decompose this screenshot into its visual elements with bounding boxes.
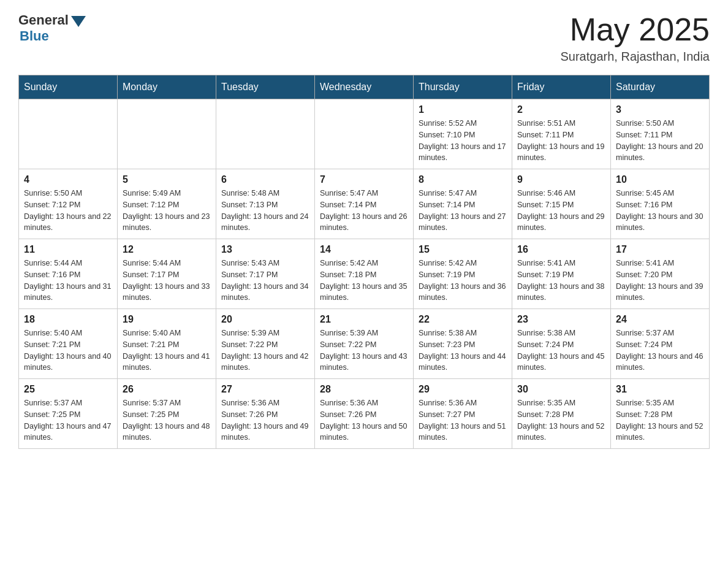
day-number: 12 <box>123 244 211 255</box>
calendar-week-row: 11Sunrise: 5:44 AM Sunset: 7:16 PM Dayli… <box>19 239 710 309</box>
day-info: Sunrise: 5:41 AM Sunset: 7:20 PM Dayligh… <box>616 258 704 304</box>
calendar-day-cell: 6Sunrise: 5:48 AM Sunset: 7:13 PM Daylig… <box>216 169 315 239</box>
calendar-day-header: Sunday <box>19 75 118 99</box>
calendar-day-cell: 10Sunrise: 5:45 AM Sunset: 7:16 PM Dayli… <box>611 169 710 239</box>
calendar-day-cell: 17Sunrise: 5:41 AM Sunset: 7:20 PM Dayli… <box>611 239 710 309</box>
calendar-day-cell: 20Sunrise: 5:39 AM Sunset: 7:22 PM Dayli… <box>216 309 315 379</box>
calendar-day-cell: 27Sunrise: 5:36 AM Sunset: 7:26 PM Dayli… <box>216 379 315 449</box>
calendar-day-cell: 30Sunrise: 5:35 AM Sunset: 7:28 PM Dayli… <box>512 379 611 449</box>
calendar-day-header: Saturday <box>611 75 710 99</box>
day-number: 19 <box>123 314 211 325</box>
calendar-day-cell: 23Sunrise: 5:38 AM Sunset: 7:24 PM Dayli… <box>512 309 611 379</box>
logo-arrow-icon <box>71 16 86 27</box>
day-number: 10 <box>616 174 704 185</box>
month-year-title: May 2025 <box>561 12 710 47</box>
day-info: Sunrise: 5:37 AM Sunset: 7:24 PM Dayligh… <box>616 327 704 373</box>
day-number: 23 <box>517 314 605 325</box>
calendar-day-cell <box>216 99 315 169</box>
calendar-day-cell: 18Sunrise: 5:40 AM Sunset: 7:21 PM Dayli… <box>19 309 118 379</box>
day-number: 2 <box>517 104 605 115</box>
logo-general-text: General <box>18 12 69 28</box>
location-subtitle: Suratgarh, Rajasthan, India <box>561 50 710 64</box>
day-number: 24 <box>616 314 704 325</box>
day-number: 17 <box>616 244 704 255</box>
page-header: General Blue May 2025 Suratgarh, Rajasth… <box>18 12 710 64</box>
day-info: Sunrise: 5:44 AM Sunset: 7:17 PM Dayligh… <box>123 258 211 304</box>
day-number: 18 <box>24 314 112 325</box>
day-info: Sunrise: 5:45 AM Sunset: 7:16 PM Dayligh… <box>616 188 704 234</box>
calendar-week-row: 4Sunrise: 5:50 AM Sunset: 7:12 PM Daylig… <box>19 169 710 239</box>
calendar-day-cell: 26Sunrise: 5:37 AM Sunset: 7:25 PM Dayli… <box>118 379 216 449</box>
calendar-day-cell: 16Sunrise: 5:41 AM Sunset: 7:19 PM Dayli… <box>512 239 611 309</box>
calendar-day-cell <box>118 99 216 169</box>
calendar-day-header: Tuesday <box>216 75 315 99</box>
calendar-day-cell: 1Sunrise: 5:52 AM Sunset: 7:10 PM Daylig… <box>414 99 512 169</box>
day-number: 25 <box>24 384 112 395</box>
day-number: 9 <box>517 174 605 185</box>
day-info: Sunrise: 5:43 AM Sunset: 7:17 PM Dayligh… <box>221 258 309 304</box>
day-number: 27 <box>221 384 309 395</box>
calendar-table: SundayMondayTuesdayWednesdayThursdayFrid… <box>18 75 710 449</box>
day-number: 4 <box>24 174 112 185</box>
calendar-day-cell: 5Sunrise: 5:49 AM Sunset: 7:12 PM Daylig… <box>118 169 216 239</box>
day-info: Sunrise: 5:35 AM Sunset: 7:28 PM Dayligh… <box>616 397 704 443</box>
calendar-day-header: Friday <box>512 75 611 99</box>
calendar-day-cell: 24Sunrise: 5:37 AM Sunset: 7:24 PM Dayli… <box>611 309 710 379</box>
day-number: 3 <box>616 104 704 115</box>
day-number: 15 <box>419 244 507 255</box>
title-section: May 2025 Suratgarh, Rajasthan, India <box>561 12 710 64</box>
day-info: Sunrise: 5:36 AM Sunset: 7:27 PM Dayligh… <box>419 397 507 443</box>
day-number: 30 <box>517 384 605 395</box>
calendar-day-cell <box>19 99 118 169</box>
day-number: 13 <box>221 244 309 255</box>
day-number: 29 <box>419 384 507 395</box>
calendar-day-cell: 8Sunrise: 5:47 AM Sunset: 7:14 PM Daylig… <box>414 169 512 239</box>
calendar-day-header: Wednesday <box>315 75 414 99</box>
day-info: Sunrise: 5:47 AM Sunset: 7:14 PM Dayligh… <box>419 188 507 234</box>
calendar-day-cell: 21Sunrise: 5:39 AM Sunset: 7:22 PM Dayli… <box>315 309 414 379</box>
day-info: Sunrise: 5:38 AM Sunset: 7:23 PM Dayligh… <box>419 327 507 373</box>
day-number: 22 <box>419 314 507 325</box>
day-info: Sunrise: 5:50 AM Sunset: 7:11 PM Dayligh… <box>616 118 704 164</box>
calendar-day-cell: 14Sunrise: 5:42 AM Sunset: 7:18 PM Dayli… <box>315 239 414 309</box>
logo: General Blue <box>18 12 86 44</box>
day-number: 20 <box>221 314 309 325</box>
calendar-day-header: Monday <box>118 75 216 99</box>
calendar-day-cell <box>315 99 414 169</box>
calendar-week-row: 18Sunrise: 5:40 AM Sunset: 7:21 PM Dayli… <box>19 309 710 379</box>
day-number: 11 <box>24 244 112 255</box>
day-info: Sunrise: 5:42 AM Sunset: 7:18 PM Dayligh… <box>320 258 408 304</box>
day-info: Sunrise: 5:36 AM Sunset: 7:26 PM Dayligh… <box>221 397 309 443</box>
calendar-day-cell: 19Sunrise: 5:40 AM Sunset: 7:21 PM Dayli… <box>118 309 216 379</box>
day-number: 28 <box>320 384 408 395</box>
day-number: 8 <box>419 174 507 185</box>
calendar-day-cell: 9Sunrise: 5:46 AM Sunset: 7:15 PM Daylig… <box>512 169 611 239</box>
day-number: 31 <box>616 384 704 395</box>
calendar-day-cell: 28Sunrise: 5:36 AM Sunset: 7:26 PM Dayli… <box>315 379 414 449</box>
calendar-header-row: SundayMondayTuesdayWednesdayThursdayFrid… <box>19 75 710 99</box>
day-info: Sunrise: 5:50 AM Sunset: 7:12 PM Dayligh… <box>24 188 112 234</box>
day-info: Sunrise: 5:35 AM Sunset: 7:28 PM Dayligh… <box>517 397 605 443</box>
day-number: 7 <box>320 174 408 185</box>
day-info: Sunrise: 5:36 AM Sunset: 7:26 PM Dayligh… <box>320 397 408 443</box>
day-info: Sunrise: 5:42 AM Sunset: 7:19 PM Dayligh… <box>419 258 507 304</box>
day-number: 6 <box>221 174 309 185</box>
day-info: Sunrise: 5:37 AM Sunset: 7:25 PM Dayligh… <box>24 397 112 443</box>
day-number: 26 <box>123 384 211 395</box>
day-number: 1 <box>419 104 507 115</box>
day-number: 5 <box>123 174 211 185</box>
calendar-day-cell: 22Sunrise: 5:38 AM Sunset: 7:23 PM Dayli… <box>414 309 512 379</box>
day-info: Sunrise: 5:41 AM Sunset: 7:19 PM Dayligh… <box>517 258 605 304</box>
day-info: Sunrise: 5:47 AM Sunset: 7:14 PM Dayligh… <box>320 188 408 234</box>
day-info: Sunrise: 5:39 AM Sunset: 7:22 PM Dayligh… <box>221 327 309 373</box>
calendar-day-cell: 2Sunrise: 5:51 AM Sunset: 7:11 PM Daylig… <box>512 99 611 169</box>
day-info: Sunrise: 5:39 AM Sunset: 7:22 PM Dayligh… <box>320 327 408 373</box>
logo-blue-text: Blue <box>20 28 49 44</box>
day-info: Sunrise: 5:40 AM Sunset: 7:21 PM Dayligh… <box>24 327 112 373</box>
calendar-day-cell: 25Sunrise: 5:37 AM Sunset: 7:25 PM Dayli… <box>19 379 118 449</box>
day-info: Sunrise: 5:37 AM Sunset: 7:25 PM Dayligh… <box>123 397 211 443</box>
day-info: Sunrise: 5:44 AM Sunset: 7:16 PM Dayligh… <box>24 258 112 304</box>
calendar-week-row: 1Sunrise: 5:52 AM Sunset: 7:10 PM Daylig… <box>19 99 710 169</box>
calendar-day-cell: 29Sunrise: 5:36 AM Sunset: 7:27 PM Dayli… <box>414 379 512 449</box>
day-info: Sunrise: 5:52 AM Sunset: 7:10 PM Dayligh… <box>419 118 507 164</box>
